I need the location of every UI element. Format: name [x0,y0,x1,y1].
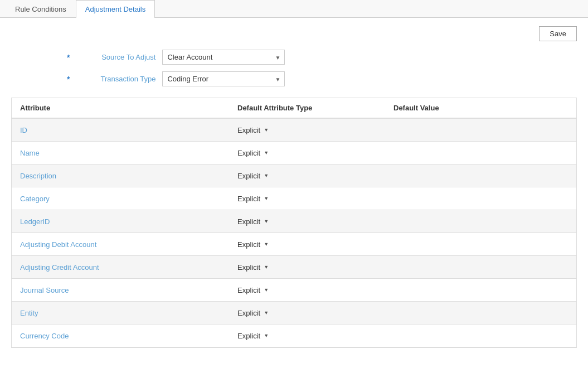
value-cell [393,170,568,181]
type-dropdown-arrow[interactable]: ▼ [264,310,269,316]
attr-cell: LedgerID [20,216,237,227]
attr-cell: Entity [20,308,237,318]
source-to-adjust-required: * [67,53,70,62]
transaction-type-label: Transaction Type [73,75,162,83]
source-to-adjust-row: * Source To Adjust Clear Account Source … [67,50,577,65]
type-value: Explicit [237,126,260,134]
col-default-value: Default Value [393,104,568,112]
table-row: Journal Source Explicit ▼ [12,279,576,302]
value-cell [393,193,568,204]
type-value: Explicit [237,149,260,157]
type-cell: Explicit ▼ [237,285,393,296]
type-dropdown-arrow[interactable]: ▼ [264,127,269,133]
table-header: Attribute Default Attribute Type Default… [12,98,576,119]
toolbar: Save [11,26,577,41]
col-default-type: Default Attribute Type [237,104,393,112]
value-cell [393,330,568,341]
tab-adjustment-details[interactable]: Adjustment Details [76,0,155,18]
tab-bar: Rule Conditions Adjustment Details [0,0,588,18]
attr-cell: Category [20,193,237,204]
type-dropdown-arrow[interactable]: ▼ [264,150,269,156]
table-row: Description Explicit ▼ [12,164,576,187]
attr-cell: Description [20,171,237,181]
attr-cell: Journal Source [20,285,237,296]
type-cell: Explicit ▼ [237,262,393,273]
type-value: Explicit [237,286,260,294]
attr-cell: Adjusting Debit Account [20,239,237,250]
value-cell [393,261,568,273]
type-cell: Explicit ▼ [237,171,393,181]
source-to-adjust-wrapper: Clear Account Source Adjust ▼ [162,50,285,65]
form-section: * Source To Adjust Clear Account Source … [11,50,577,86]
table-row: LedgerID Explicit ▼ [12,210,576,233]
table-row: ID Explicit ▼ [12,119,576,142]
type-cell: Explicit ▼ [237,239,393,250]
type-dropdown-arrow[interactable]: ▼ [264,196,269,201]
value-cell [393,124,568,135]
type-value: Explicit [237,309,260,317]
type-cell: Explicit ▼ [237,193,393,204]
type-value: Explicit [237,332,260,340]
transaction-type-row: * Transaction Type Coding Error ▼ [67,71,577,86]
attr-cell: Currency Code [20,331,237,341]
transaction-type-select[interactable]: Coding Error [162,71,285,86]
type-dropdown-arrow[interactable]: ▼ [264,264,269,270]
table-row: Currency Code Explicit ▼ [12,324,576,347]
col-attribute: Attribute [20,104,237,112]
type-cell: Explicit ▼ [237,148,393,158]
type-cell: Explicit ▼ [237,331,393,341]
type-value: Explicit [237,172,260,180]
table-row: Name Explicit ▼ [12,142,576,164]
tab-rule-conditions[interactable]: Rule Conditions [6,0,76,18]
source-to-adjust-select[interactable]: Clear Account Source Adjust [162,50,285,65]
type-cell: Explicit ▼ [237,216,393,227]
type-dropdown-arrow[interactable]: ▼ [264,333,269,338]
transaction-type-wrapper: Coding Error ▼ [162,71,285,86]
value-cell [393,284,568,296]
attributes-table: Attribute Default Attribute Type Default… [11,98,577,348]
save-button[interactable]: Save [539,26,577,41]
table-row: Adjusting Credit Account Explicit ▼ [12,256,576,279]
value-cell [393,307,568,318]
table-body: ID Explicit ▼ Name Explicit ▼ Descriptio… [12,119,576,347]
value-cell [393,147,568,158]
table-row: Category Explicit ▼ [12,187,576,210]
type-dropdown-arrow[interactable]: ▼ [264,219,269,224]
type-value: Explicit [237,263,260,272]
attr-cell: Adjusting Credit Account [20,262,237,273]
attr-cell: Name [20,148,237,158]
type-dropdown-arrow[interactable]: ▼ [264,173,269,178]
type-cell: Explicit ▼ [237,125,393,135]
table-row: Entity Explicit ▼ [12,302,576,324]
type-dropdown-arrow[interactable]: ▼ [264,241,269,247]
attr-cell: ID [20,125,237,135]
type-value: Explicit [237,240,260,249]
type-cell: Explicit ▼ [237,308,393,318]
table-row: Adjusting Debit Account Explicit ▼ [12,233,576,256]
type-value: Explicit [237,217,260,226]
type-dropdown-arrow[interactable]: ▼ [264,287,269,293]
value-cell [393,239,568,250]
source-to-adjust-label: Source To Adjust [73,53,162,61]
value-cell [393,216,568,227]
type-value: Explicit [237,195,260,203]
transaction-type-required: * [67,75,70,84]
main-content: Save * Source To Adjust Clear Account So… [0,18,588,356]
